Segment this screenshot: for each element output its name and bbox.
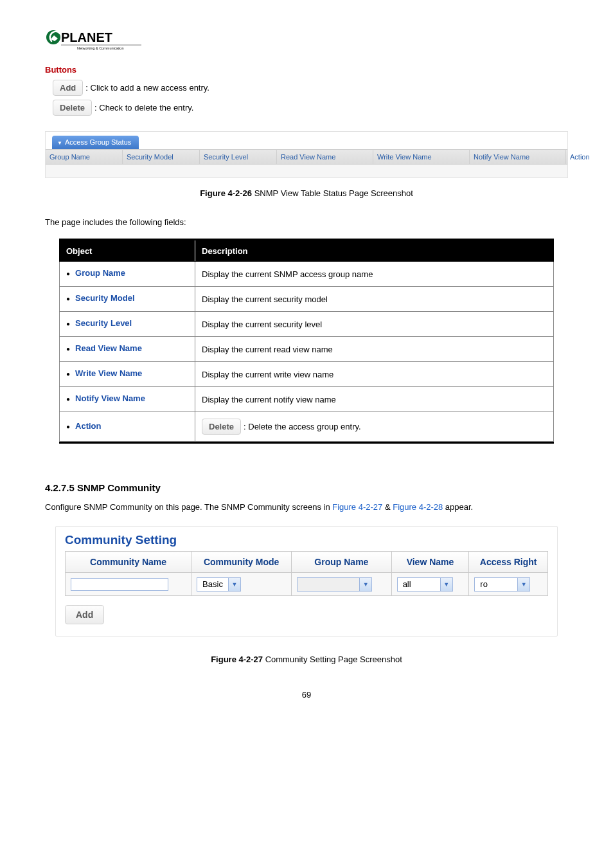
ags-header-row: Group Name Security Model Security Level… xyxy=(46,149,567,165)
row-delete-button[interactable]: Delete xyxy=(202,419,241,435)
desc-security-level: Display the current security level xyxy=(195,312,554,337)
svg-text:PLANET: PLANET xyxy=(61,30,112,44)
desc-security-model: Display the current security model xyxy=(195,287,554,312)
ags-col-group-name: Group Name xyxy=(46,150,123,164)
cs-header-row: Community Name Community Mode Group Name… xyxy=(66,552,548,573)
figure-caption-1: Figure 4-2-26 SNMP View Table Status Pag… xyxy=(45,188,568,198)
section-paragraph: Configure SNMP Community on this page. T… xyxy=(45,502,568,512)
buttons-heading: Buttons xyxy=(45,65,568,75)
ags-col-notify-view: Notify View Name xyxy=(470,150,566,164)
bullet-icon: ● xyxy=(66,421,70,433)
page-number: 69 xyxy=(45,690,568,700)
community-mode-select[interactable]: Basic ▼ xyxy=(197,577,241,592)
ags-col-read-view: Read View Name xyxy=(277,150,373,164)
community-setting-panel: Community Setting Community Name Communi… xyxy=(55,526,558,637)
chevron-down-icon: ▼ xyxy=(228,578,240,591)
ags-col-security-level: Security Level xyxy=(200,150,277,164)
access-group-status-tab[interactable]: ▼Access Group Status xyxy=(52,136,139,149)
community-name-input[interactable] xyxy=(71,578,168,591)
bullet-icon: ● xyxy=(66,393,70,405)
chevron-down-icon: ▼ xyxy=(440,578,452,591)
table-row: ●Write View Name Display the current wri… xyxy=(60,362,554,387)
desc-action: Delete: Delete the access group entry. xyxy=(195,412,554,442)
delete-button[interactable]: Delete xyxy=(53,100,92,116)
link-figure-4-2-28[interactable]: Figure 4-2-28 xyxy=(393,502,443,512)
table-row: ●Read View Name Display the current read… xyxy=(60,337,554,362)
table-row: ●Security Model Display the current secu… xyxy=(60,287,554,312)
delete-description: : Check to delete the entry. xyxy=(94,103,193,113)
chevron-down-icon: ▼ xyxy=(57,140,62,146)
ags-col-security-model: Security Model xyxy=(123,150,200,164)
obj-write-view: Write View Name xyxy=(75,368,142,378)
desc-notify-view: Display the current notify view name xyxy=(195,387,554,412)
chevron-down-icon: ▼ xyxy=(517,578,529,591)
access-right-value: ro xyxy=(475,579,517,589)
table-row: ●Group Name Display the current SNMP acc… xyxy=(60,262,554,287)
cs-th-view-name: View Name xyxy=(391,552,469,573)
bullet-icon: ● xyxy=(66,368,70,380)
bullet-icon: ● xyxy=(66,318,70,330)
bullet-icon: ● xyxy=(66,293,70,305)
table-row: ●Security Level Display the current secu… xyxy=(60,312,554,337)
access-right-select[interactable]: ro ▼ xyxy=(474,577,530,592)
para-post: appear. xyxy=(443,502,473,512)
ags-col-write-view: Write View Name xyxy=(373,150,470,164)
table-row: ●Notify View Name Display the current no… xyxy=(60,387,554,412)
figure-text-1: SNMP View Table Status Page Screenshot xyxy=(252,188,413,198)
view-name-value: all xyxy=(398,579,440,589)
bullet-icon: ● xyxy=(66,268,70,280)
brand-logo: PLANET Networking & Communication xyxy=(45,26,568,59)
obj-read-view: Read View Name xyxy=(75,343,142,353)
cs-add-button[interactable]: Add xyxy=(65,605,104,624)
figure-text-2: Community Setting Page Screenshot xyxy=(263,655,402,664)
svg-text:Networking & Communication: Networking & Communication xyxy=(77,46,123,50)
para-amp: & xyxy=(382,502,393,512)
tab-label: Access Group Status xyxy=(65,138,131,146)
fields-intro: The page includes the following fields: xyxy=(45,217,568,227)
desc-write-view: Display the current write view name xyxy=(195,362,554,387)
cs-input-row: Basic ▼ ▼ all ▼ xyxy=(66,573,548,596)
cs-th-community-name: Community Name xyxy=(66,552,191,573)
cs-th-group-name: Group Name xyxy=(292,552,392,573)
obj-security-level: Security Level xyxy=(75,318,132,328)
row-delete-desc: : Delete the access group entry. xyxy=(244,422,361,431)
ags-body xyxy=(46,165,567,177)
obj-action: Action xyxy=(75,421,101,431)
obj-group-name: Group Name xyxy=(75,268,125,278)
obj-notify-view: Notify View Name xyxy=(75,393,145,403)
figure-number-2: Figure 4-2-27 xyxy=(211,655,263,664)
community-mode-value: Basic xyxy=(197,579,228,589)
th-description: Description xyxy=(195,241,554,262)
cs-th-access-right: Access Right xyxy=(469,552,548,573)
ags-col-action: Action xyxy=(566,150,606,164)
cs-th-community-mode: Community Mode xyxy=(191,552,292,573)
link-figure-4-2-27[interactable]: Figure 4-2-27 xyxy=(332,502,382,512)
chevron-down-icon: ▼ xyxy=(359,578,371,591)
table-row: ●Action Delete: Delete the access group … xyxy=(60,412,554,442)
view-name-select[interactable]: all ▼ xyxy=(397,577,453,592)
community-setting-title: Community Setting xyxy=(65,533,548,547)
obj-security-model: Security Model xyxy=(75,293,134,303)
desc-read-view: Display the current read view name xyxy=(195,337,554,362)
access-group-status-panel: ▼Access Group Status Group Name Security… xyxy=(45,131,568,178)
figure-caption-2: Figure 4-2-27 Community Setting Page Scr… xyxy=(45,655,568,664)
section-heading: 4.2.7.5 SNMP Community xyxy=(45,482,568,493)
bullet-icon: ● xyxy=(66,343,70,355)
para-pre: Configure SNMP Community on this page. T… xyxy=(45,502,332,512)
th-object: Object xyxy=(60,241,195,262)
figure-number-1: Figure 4-2-26 xyxy=(200,188,252,198)
desc-group-name: Display the current SNMP access group na… xyxy=(195,262,554,287)
add-description: : Click to add a new access entry. xyxy=(85,83,209,93)
fields-table: Object Description ●Group Name Display t… xyxy=(59,239,554,444)
group-name-select: ▼ xyxy=(297,577,372,592)
add-button[interactable]: Add xyxy=(53,80,83,96)
